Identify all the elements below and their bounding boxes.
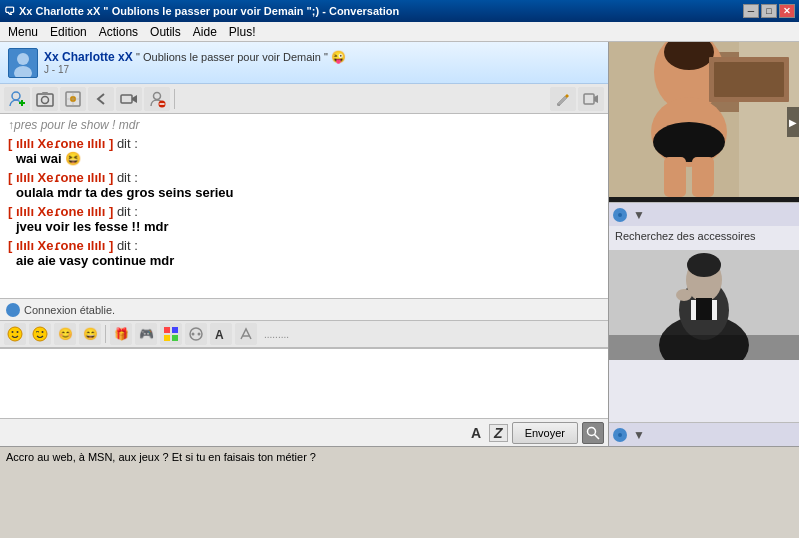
pencil-button[interactable] bbox=[550, 87, 576, 111]
menu-item-plus[interactable]: Plus! bbox=[223, 23, 262, 41]
emoji-font-btn[interactable]: A bbox=[210, 323, 232, 345]
emoji-misc-btn[interactable]: 😄 bbox=[79, 323, 101, 345]
menu-item-menu[interactable]: Menu bbox=[2, 23, 44, 41]
emoji-grin-btn[interactable]: 😊 bbox=[54, 323, 76, 345]
status-icon bbox=[6, 303, 20, 317]
avatar bbox=[8, 48, 38, 78]
menu-item-actions[interactable]: Actions bbox=[93, 23, 144, 41]
arrow-button[interactable] bbox=[578, 87, 604, 111]
webcam-image bbox=[609, 42, 799, 197]
svg-rect-17 bbox=[584, 94, 594, 104]
close-button[interactable]: ✕ bbox=[779, 4, 795, 18]
block-button[interactable] bbox=[144, 87, 170, 111]
bottom-status: Accro au web, à MSN, aux jeux ? Et si tu… bbox=[0, 446, 799, 466]
chat-text-3: jveu voir les fesse !! mdr bbox=[8, 219, 600, 234]
svg-rect-7 bbox=[42, 92, 48, 95]
chat-said-4: dit : bbox=[117, 238, 138, 253]
chat-entry-1: [ ılılı Xeɾone ılılı ] dit : wai wai 😆 bbox=[8, 136, 600, 166]
accessory-camera-button[interactable] bbox=[613, 428, 627, 442]
main-area: Xx Charlotte xX " Oublions le passer pou… bbox=[0, 42, 799, 446]
svg-point-22 bbox=[33, 327, 47, 341]
format-z-button[interactable]: Z bbox=[489, 424, 508, 442]
emoji-game-btn[interactable]: 🎮 bbox=[135, 323, 157, 345]
chat-messages-wrapper: ↑pres pour le show ! mdr [ ılılı Xeɾone … bbox=[0, 114, 608, 298]
maximize-button[interactable]: □ bbox=[761, 4, 777, 18]
chat-entry-4: [ ılılı Xeɾone ılılı ] dit : aie aie vas… bbox=[8, 238, 600, 268]
emoji-color-btn[interactable] bbox=[160, 323, 182, 345]
input-area[interactable] bbox=[0, 348, 608, 418]
bottom-status-text: Accro au web, à MSN, aux jeux ? Et si tu… bbox=[6, 451, 316, 463]
svg-rect-27 bbox=[172, 335, 178, 341]
menu-item-aide[interactable]: Aide bbox=[187, 23, 223, 41]
chat-text-2: oulala mdr ta des gros seins serieu bbox=[8, 185, 600, 200]
svg-rect-59 bbox=[609, 335, 799, 360]
toolbar bbox=[0, 84, 608, 114]
add-contact-button[interactable] bbox=[4, 87, 30, 111]
emoji-wink-btn[interactable] bbox=[29, 323, 51, 345]
accessory-label: Recherchez des accessoires bbox=[609, 226, 799, 246]
svg-rect-43 bbox=[664, 157, 686, 197]
svg-point-2 bbox=[12, 92, 20, 100]
menu-item-edition[interactable]: Edition bbox=[44, 23, 93, 41]
messages-scroll[interactable]: ↑pres pour le show ! mdr [ ılılı Xeɾone … bbox=[0, 114, 608, 298]
photo-button[interactable] bbox=[32, 87, 58, 111]
menu-item-outils[interactable]: Outils bbox=[144, 23, 187, 41]
contact-name-text: Xx Charlotte xX bbox=[44, 50, 133, 64]
message-input[interactable] bbox=[4, 353, 604, 414]
chat-sender-2: [ ılılı Xeɾone ılılı ] bbox=[8, 170, 113, 185]
title-text: Xx Charlotte xX " Oublions le passer pou… bbox=[15, 5, 743, 17]
svg-point-20 bbox=[12, 331, 14, 333]
video-button[interactable] bbox=[116, 87, 142, 111]
svg-text:A: A bbox=[215, 328, 224, 342]
webcam-camera-button[interactable] bbox=[613, 208, 627, 222]
svg-point-19 bbox=[8, 327, 22, 341]
title-bar: 🗨 Xx Charlotte xX " Oublions le passer p… bbox=[0, 0, 799, 22]
accessory-arrow-button[interactable]: ▼ bbox=[631, 427, 647, 443]
webcam-area: ▶ bbox=[609, 42, 799, 202]
svg-rect-12 bbox=[121, 95, 132, 103]
accessory-webcam-controls: ▼ bbox=[609, 422, 799, 446]
svg-point-21 bbox=[17, 331, 19, 333]
svg-line-34 bbox=[595, 434, 600, 439]
emoji-circle-btn[interactable] bbox=[185, 323, 207, 345]
chat-said-1: dit : bbox=[117, 136, 138, 151]
svg-point-33 bbox=[588, 427, 596, 435]
svg-point-55 bbox=[676, 289, 692, 301]
svg-point-61 bbox=[618, 433, 622, 437]
chat-sender-1: [ ılılı Xeɾone ılılı ] bbox=[8, 136, 113, 151]
svg-rect-44 bbox=[692, 157, 714, 197]
svg-rect-24 bbox=[164, 327, 170, 333]
back-button[interactable] bbox=[88, 87, 114, 111]
chat-area: Xx Charlotte xX " Oublions le passer pou… bbox=[0, 42, 609, 446]
chat-text-4: aie aie vasy continue mdr bbox=[8, 253, 600, 268]
title-buttons: ─ □ ✕ bbox=[743, 4, 795, 18]
emoji-gift-btn[interactable]: 🎁 bbox=[110, 323, 132, 345]
webcam-arrow-button[interactable]: ▼ bbox=[631, 207, 647, 223]
svg-point-42 bbox=[653, 122, 725, 162]
files-button[interactable] bbox=[60, 87, 86, 111]
right-panel: ▶ ▼ Recherchez des accessoires bbox=[609, 42, 799, 446]
webcam-controls: ▼ bbox=[609, 202, 799, 226]
chat-entry-3: [ ılılı Xeɾone ılılı ] dit : jveu voir l… bbox=[8, 204, 600, 234]
svg-rect-58 bbox=[696, 298, 712, 320]
webcam-collapse-button[interactable]: ▶ bbox=[787, 107, 799, 137]
right-panel-bottom: ▼ bbox=[609, 246, 799, 446]
svg-point-23 bbox=[42, 331, 44, 333]
chat-sender-3: [ ılılı Xeɾone ılılı ] bbox=[8, 204, 113, 219]
svg-rect-25 bbox=[172, 327, 178, 333]
contact-name: Xx Charlotte xX " Oublions le passer pou… bbox=[44, 50, 600, 64]
contact-quote: " Oublions le passer pour voir Demain " bbox=[136, 51, 328, 63]
emoji-nudge-btn[interactable] bbox=[235, 323, 257, 345]
search-icon[interactable] bbox=[582, 422, 604, 444]
svg-rect-26 bbox=[164, 335, 170, 341]
emoji-smile-btn[interactable] bbox=[4, 323, 26, 345]
send-button[interactable]: Envoyer bbox=[512, 422, 578, 444]
emoji-dots: ......... bbox=[264, 329, 289, 340]
svg-point-54 bbox=[687, 253, 721, 277]
minimize-button[interactable]: ─ bbox=[743, 4, 759, 18]
contact-header: Xx Charlotte xX " Oublions le passer pou… bbox=[0, 42, 608, 84]
chat-text-1: wai wai 😆 bbox=[8, 151, 600, 166]
svg-point-0 bbox=[17, 53, 29, 65]
format-a-button[interactable]: A bbox=[467, 425, 485, 441]
send-row: A Z Envoyer bbox=[0, 418, 608, 446]
